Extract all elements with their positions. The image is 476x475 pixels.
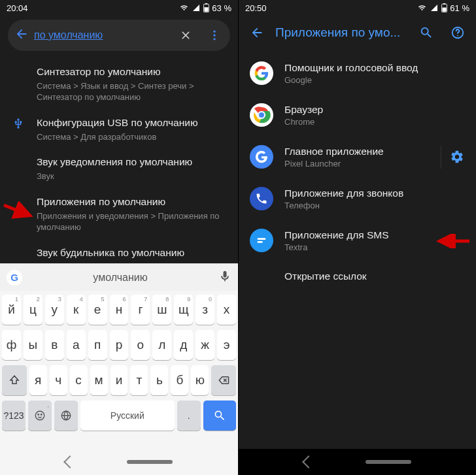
result-notif-sound[interactable]: Звук уведомления по умолчанию Звук	[0, 149, 238, 188]
key-ы[interactable]: ы	[24, 330, 42, 360]
key-к[interactable]: к4	[67, 295, 86, 325]
key-з[interactable]: з0	[196, 295, 214, 325]
svg-rect-19	[258, 238, 266, 240]
key-ф[interactable]: ф	[2, 330, 21, 360]
clear-icon[interactable]	[174, 24, 197, 47]
key-м[interactable]: м	[90, 365, 108, 395]
row-browser[interactable]: Браузер Chrome	[239, 94, 476, 136]
result-tts[interactable]: Синтезатор по умолчанию Система > Язык и…	[0, 59, 238, 110]
key-у[interactable]: у3	[45, 295, 64, 325]
home-settings-button[interactable]	[441, 145, 472, 169]
status-right: 61 %	[417, 3, 469, 13]
result-icon-empty	[0, 195, 37, 197]
phone-icon	[250, 187, 273, 210]
row-links[interactable]: Открытие ссылок	[239, 261, 476, 291]
space-key[interactable]: Русский	[80, 401, 175, 431]
textra-icon	[250, 229, 273, 252]
key-л[interactable]: л	[152, 330, 171, 360]
google-g-icon[interactable]: G	[7, 270, 22, 286]
status-right: 63 %	[179, 3, 231, 13]
lang-key[interactable]	[54, 401, 78, 431]
signal-icon	[430, 4, 439, 12]
key-и[interactable]: и	[110, 365, 128, 395]
key-д[interactable]: д	[174, 330, 193, 360]
svg-rect-13	[443, 8, 447, 12]
wifi-icon	[179, 4, 189, 12]
svg-point-7	[35, 411, 44, 420]
backspace-key[interactable]	[211, 365, 236, 395]
page-title: Приложения по умо...	[275, 25, 408, 40]
battery-icon	[441, 3, 447, 12]
clock: 20:50	[245, 3, 267, 13]
mic-icon[interactable]	[218, 270, 231, 286]
back-icon[interactable]	[244, 20, 270, 46]
key-щ[interactable]: щ9	[174, 295, 193, 325]
status-bar: 20:50 61 %	[239, 0, 476, 16]
row-sms[interactable]: Приложение для SMS Textra	[239, 220, 476, 261]
search-results: Синтезатор по умолчанию Система > Язык и…	[0, 57, 238, 267]
search-icon[interactable]	[413, 20, 439, 46]
status-bar: 20:04 63 %	[0, 0, 238, 16]
svg-rect-2	[205, 7, 209, 12]
gear-icon	[450, 150, 464, 164]
row-assistant[interactable]: Помощник и голосовой ввод Google	[239, 52, 476, 94]
search-key[interactable]	[203, 401, 236, 431]
row-phone[interactable]: Приложение для звонков Телефон	[239, 178, 476, 220]
app-bar: Приложения по умо...	[239, 16, 476, 50]
result-default-apps[interactable]: Приложения по умолчанию Приложения и уве…	[0, 189, 238, 240]
key-б[interactable]: б	[171, 365, 188, 395]
more-icon[interactable]	[203, 24, 226, 47]
shift-key[interactable]	[2, 365, 27, 395]
dot-key[interactable]: .	[177, 401, 201, 431]
battery-pct: 61 %	[450, 3, 469, 13]
help-icon[interactable]	[445, 20, 471, 46]
key-й[interactable]: й1	[2, 295, 21, 325]
google-blue-icon	[250, 145, 273, 169]
svg-rect-20	[258, 241, 263, 243]
kbd-row-4: ?123 , Русский .	[2, 401, 236, 431]
key-я[interactable]: я	[29, 365, 47, 395]
key-е[interactable]: е5	[88, 295, 107, 325]
key-ц[interactable]: ц2	[24, 295, 42, 325]
signal-icon	[192, 4, 201, 12]
result-alarm-sound[interactable]: Звук будильника по умолчанию	[0, 240, 238, 267]
result-usb[interactable]: Конфигурация USB по умолчанию Система > …	[0, 110, 238, 149]
back-icon[interactable]	[14, 27, 29, 44]
sym-key[interactable]: ?123	[2, 401, 26, 431]
suggestion-bar: G умолчанию	[0, 263, 238, 291]
key-н[interactable]: н6	[110, 295, 129, 325]
usb-icon	[0, 116, 37, 129]
key-с[interactable]: с	[70, 365, 88, 395]
key-ж[interactable]: ж	[196, 330, 214, 360]
key-г[interactable]: г7	[131, 295, 150, 325]
key-т[interactable]: т	[130, 365, 148, 395]
key-п[interactable]: п	[88, 330, 107, 360]
key-э[interactable]: э	[217, 330, 236, 360]
key-р[interactable]: р	[110, 330, 129, 360]
key-о[interactable]: о	[131, 330, 150, 360]
svg-rect-1	[205, 3, 208, 4]
svg-point-15	[457, 35, 458, 37]
emoji-key[interactable]: ,	[28, 401, 52, 431]
svg-point-4	[213, 34, 215, 36]
result-icon-empty	[0, 156, 37, 157]
key-ш[interactable]: ш8	[152, 295, 171, 325]
clock: 20:04	[7, 3, 28, 13]
key-в[interactable]: в	[45, 330, 64, 360]
suggestion-text[interactable]: умолчанию	[29, 272, 212, 284]
nav-home-icon[interactable]	[366, 460, 411, 464]
key-а[interactable]: а	[67, 330, 86, 360]
key-ч[interactable]: ч	[50, 365, 67, 395]
nav-home-icon[interactable]	[127, 460, 173, 464]
key-ь[interactable]: ь	[150, 365, 168, 395]
wifi-icon	[417, 4, 427, 12]
phone-left: 20:04 63 % Синтезатор по умолчанию Систе…	[0, 0, 238, 475]
key-ю[interactable]: ю	[191, 365, 209, 395]
search-input[interactable]	[34, 29, 169, 41]
search-bar	[8, 20, 230, 51]
key-х[interactable]: х	[217, 295, 236, 325]
nav-back-icon[interactable]	[63, 455, 76, 468]
nav-back-icon[interactable]	[302, 455, 315, 468]
row-home[interactable]: Главное приложение Pixel Launcher	[239, 136, 476, 178]
kbd-row-1: й1ц2у3к4е5н6г7ш8щ9з0х	[2, 295, 236, 325]
